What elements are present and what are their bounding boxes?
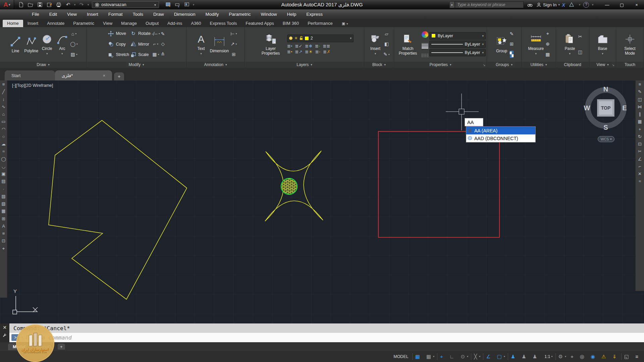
- copy-clip-icon[interactable]: ◫: [578, 48, 582, 56]
- layer-thaw-all-icon[interactable]: ≣☀: [305, 50, 313, 54]
- ortho-icon[interactable]: ∟: [448, 352, 458, 361]
- ribbon-tab[interactable]: Add-ins: [163, 20, 186, 27]
- polyline-button[interactable]: Polyline: [23, 34, 39, 55]
- panel-label-draw[interactable]: Draw▾: [0, 61, 86, 68]
- snap-icon[interactable]: ▦ ▾: [425, 352, 436, 361]
- viewcube-south[interactable]: S: [603, 124, 608, 131]
- wcs-dropdown[interactable]: WCS ▾: [598, 136, 614, 142]
- red-rectangle[interactable]: [378, 131, 499, 237]
- fillet-icon[interactable]: ⌐ ▾: [152, 40, 160, 48]
- array-icon[interactable]: ▦ ▾: [152, 51, 160, 58]
- command-input-line[interactable]: > ▾ Type a command: [9, 333, 644, 342]
- restore-button[interactable]: ▢: [614, 0, 629, 9]
- dynamic-input-icon[interactable]: +: [438, 352, 447, 361]
- menu-item[interactable]: Dimension: [169, 9, 201, 19]
- separator[interactable]: [483, 353, 483, 360]
- panel-label-touch[interactable]: Touch: [616, 61, 644, 68]
- menu-item[interactable]: Express: [301, 9, 328, 19]
- model-label[interactable]: MODEL: [391, 352, 411, 361]
- cut-icon[interactable]: ✂: [578, 33, 582, 40]
- match-properties-button[interactable]: Match Properties: [395, 32, 421, 57]
- ribbon-tab[interactable]: Express Tools: [206, 20, 241, 27]
- ellipse-icon[interactable]: ◯ ▾: [70, 40, 78, 48]
- copy-button[interactable]: Copy: [108, 40, 129, 49]
- measure-button[interactable]: Measure ▾: [528, 32, 545, 56]
- close-button[interactable]: ×: [629, 0, 644, 9]
- search-binoculars-icon[interactable]: [526, 1, 534, 8]
- ungroup-icon[interactable]: ✎: [510, 30, 514, 38]
- layer-match-icon[interactable]: ≣✗: [323, 50, 330, 54]
- layer-lock-icon[interactable]: ≣◦: [315, 44, 320, 48]
- linetype-dropdown[interactable]: ByLayer ▾: [429, 49, 486, 56]
- leader-icon[interactable]: ⊢ ▾: [230, 30, 237, 38]
- yellow-polygon[interactable]: [49, 120, 187, 299]
- panel-label-properties[interactable]: Properties▾: [394, 61, 487, 68]
- polygon-icon[interactable]: ⌂ ▾: [70, 30, 78, 38]
- offset-icon[interactable]: ≙: [161, 51, 165, 58]
- close-tab-icon[interactable]: ×: [103, 73, 105, 78]
- viewcube-east[interactable]: E: [622, 104, 627, 112]
- layer-on-all-icon[interactable]: ≣•: [287, 50, 292, 54]
- batch-plot-icon[interactable]: [173, 1, 182, 8]
- annotation-scale-value[interactable]: 1:1 ▾: [542, 352, 554, 361]
- ribbon-tab[interactable]: Featured Apps: [241, 20, 278, 27]
- plot-icon[interactable]: [54, 1, 63, 8]
- annotation-monitor-icon[interactable]: +: [569, 352, 577, 361]
- separator[interactable]: [437, 353, 437, 360]
- save-as-icon[interactable]: [45, 1, 54, 8]
- polar-tracking-icon[interactable]: ⊙ ▾: [459, 352, 470, 361]
- hatched-circle[interactable]: [281, 178, 297, 194]
- undo-icon[interactable]: ↶: [64, 1, 72, 8]
- grid-icon[interactable]: ▦: [414, 352, 424, 361]
- id-point-icon[interactable]: ⊕: [545, 40, 550, 48]
- panel-launcher-icon[interactable]: ↘: [483, 63, 485, 67]
- save-icon[interactable]: [36, 1, 44, 8]
- annotation-autoscale-icon[interactable]: ♟: [520, 352, 530, 361]
- ribbon-tab[interactable]: Manage: [117, 20, 141, 27]
- layer-off-icon[interactable]: ≣•: [287, 44, 292, 48]
- erase-icon[interactable]: ✎: [161, 30, 165, 38]
- define-attributes-icon[interactable]: ◧: [383, 40, 390, 48]
- ribbon-tab[interactable]: Output: [141, 20, 163, 27]
- chevron-down-icon[interactable]: ▾: [192, 3, 195, 6]
- autocomplete-item-area[interactable]: AA (AREA): [466, 127, 535, 134]
- panel-label-clipboard[interactable]: Clipboard: [556, 61, 589, 68]
- panel-label-block[interactable]: Block▾: [364, 61, 394, 68]
- layer-isolate-icon[interactable]: ≣✓: [295, 44, 302, 48]
- panel-launcher-icon[interactable]: ↘: [612, 63, 614, 67]
- chevron-down-icon[interactable]: ▾: [87, 3, 90, 6]
- group-button[interactable]: Group: [495, 34, 509, 55]
- mirror-button[interactable]: Mirror: [130, 40, 151, 49]
- new-layout-button[interactable]: +: [58, 344, 65, 350]
- paste-button[interactable]: Paste ▾: [563, 32, 577, 56]
- group-selection-toggle[interactable]: ▚: [510, 51, 514, 58]
- circle-button[interactable]: Circle ▾: [40, 32, 54, 56]
- autocomplete-item-dbconnect[interactable]: AAD (DBCONNECT): [466, 134, 535, 142]
- layer-select-dropdown[interactable]: ☀ 2 ▾: [287, 35, 354, 42]
- menu-item[interactable]: View: [62, 9, 82, 19]
- ribbon-tab[interactable]: Annotate: [43, 20, 69, 27]
- group-edit-icon[interactable]: ⊞: [510, 40, 514, 48]
- menu-item[interactable]: Window: [256, 9, 282, 19]
- lineweight-icon[interactable]: [422, 43, 428, 49]
- viewcube-west[interactable]: W: [584, 104, 590, 112]
- menu-item[interactable]: Draw: [148, 9, 169, 19]
- ribbon-tab[interactable]: BIM 360: [278, 20, 303, 27]
- layout-icon[interactable]: [182, 1, 191, 8]
- panel-label-groups[interactable]: Groups▾: [487, 61, 521, 68]
- trim-icon[interactable]: -/-- ▾: [152, 30, 160, 38]
- panel-label-utilities[interactable]: Utilities▾: [522, 61, 556, 68]
- move-button[interactable]: Move: [108, 29, 129, 38]
- open-file-icon[interactable]: [26, 1, 35, 8]
- linetype-icon[interactable]: [422, 54, 428, 57]
- a360-icon[interactable]: [567, 1, 576, 8]
- text-button[interactable]: A Text ▾: [194, 32, 208, 56]
- select-mode-button[interactable]: Select Mode: [623, 32, 637, 57]
- new-drawing-button[interactable]: +: [114, 72, 124, 80]
- save-reminder-icon[interactable]: ⇓: [610, 352, 620, 361]
- explode-icon[interactable]: ◇: [161, 40, 165, 48]
- dynamic-command-input[interactable]: AA: [465, 118, 483, 126]
- screen-icon[interactable]: [164, 1, 172, 8]
- multileader-icon[interactable]: ↗ ▾: [230, 40, 237, 48]
- layer-properties-button[interactable]: Layer Properties: [255, 32, 286, 57]
